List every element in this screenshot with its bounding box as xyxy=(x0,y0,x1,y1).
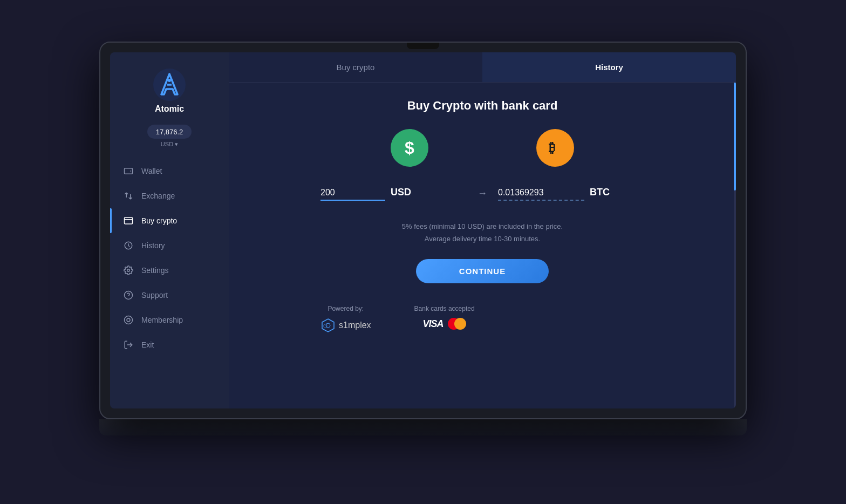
bank-cards: Bank cards accepted VISA xyxy=(414,305,475,330)
scrollbar-thumb xyxy=(734,83,736,190)
atomic-logo-icon xyxy=(153,69,186,101)
sidebar: Atomic 17,876.2 USD ▾ Wallet xyxy=(110,52,229,408)
fee-info: 5% fees (minimal 10 USD) are included in… xyxy=(402,222,563,230)
wallet-icon xyxy=(123,166,134,176)
laptop-notch xyxy=(407,43,439,49)
bank-cards-label: Bank cards accepted xyxy=(414,305,475,312)
sidebar-item-support[interactable]: Support xyxy=(110,283,229,308)
card-logos: VISA xyxy=(423,318,466,330)
svg-rect-3 xyxy=(125,217,133,224)
balance-currency[interactable]: USD ▾ xyxy=(161,141,178,148)
screen-inner: Atomic 17,876.2 USD ▾ Wallet xyxy=(110,52,736,408)
exit-icon xyxy=(123,339,134,350)
sidebar-item-wallet[interactable]: Wallet xyxy=(110,159,229,183)
usd-currency-icon: $ xyxy=(391,129,428,167)
buy-crypto-label: Buy crypto xyxy=(141,216,177,225)
mastercard-right-circle xyxy=(454,318,466,330)
tab-history[interactable]: History xyxy=(482,52,736,82)
sidebar-item-membership[interactable]: Membership xyxy=(110,308,229,332)
main-content: Buy crypto History Buy Crypto with bank … xyxy=(229,52,736,408)
svg-text:⬡: ⬡ xyxy=(323,323,328,329)
btc-currency-icon: ₿ xyxy=(536,129,574,167)
balance-amount: 17,876.2 xyxy=(156,128,183,136)
support-icon xyxy=(123,290,134,301)
balance-badge: 17,876.2 xyxy=(147,125,192,139)
support-label: Support xyxy=(141,291,168,299)
svg-point-9 xyxy=(125,316,133,324)
simplex-logo: ⬡ s1mplex xyxy=(320,318,371,333)
settings-icon xyxy=(123,265,134,276)
svg-point-10 xyxy=(127,318,130,322)
tab-buy-crypto[interactable]: Buy crypto xyxy=(229,52,482,82)
membership-icon xyxy=(123,315,134,325)
buy-content: Buy Crypto with bank card $ ₿ xyxy=(229,83,736,408)
continue-button[interactable]: CONTINUE xyxy=(416,259,549,283)
mastercard-logo xyxy=(448,318,466,330)
sidebar-item-buy-crypto[interactable]: Buy crypto xyxy=(110,208,229,233)
buy-crypto-icon xyxy=(123,215,134,226)
svg-point-6 xyxy=(127,269,130,272)
arrow-icon: → xyxy=(477,188,487,199)
exit-label: Exit xyxy=(141,340,154,349)
from-amount-input[interactable] xyxy=(320,186,385,201)
sidebar-item-exit[interactable]: Exit xyxy=(110,332,229,357)
scrollbar[interactable] xyxy=(734,83,736,408)
sidebar-item-settings[interactable]: Settings xyxy=(110,258,229,283)
to-currency-label: BTC xyxy=(590,187,610,198)
laptop-wrapper: Atomic 17,876.2 USD ▾ Wallet xyxy=(99,42,747,462)
svg-text:₿: ₿ xyxy=(549,140,555,155)
currency-icons-row: $ ₿ xyxy=(391,129,574,167)
svg-point-1 xyxy=(168,79,171,82)
membership-label: Membership xyxy=(141,316,183,324)
powered-section: Powered by: ⬡ s1mplex Ba xyxy=(320,305,644,333)
sidebar-item-history[interactable]: History xyxy=(110,233,229,258)
sidebar-item-exchange[interactable]: Exchange xyxy=(110,183,229,208)
simplex-hex-icon: ⬡ xyxy=(320,318,336,333)
tabs-header: Buy crypto History xyxy=(229,52,736,83)
powered-label: Powered by: xyxy=(328,305,364,312)
svg-rect-2 xyxy=(125,168,133,174)
delivery-info: Average delivery time 10-30 minutes. xyxy=(425,235,540,243)
history-label: History xyxy=(141,241,165,250)
settings-label: Settings xyxy=(141,266,169,275)
from-input-group: USD xyxy=(320,186,467,201)
logo-text: Atomic xyxy=(155,104,184,114)
to-amount-input[interactable] xyxy=(498,186,584,201)
laptop-screen: Atomic 17,876.2 USD ▾ Wallet xyxy=(99,42,747,419)
sidebar-nav: Wallet Exchange xyxy=(110,159,229,357)
visa-logo: VISA xyxy=(423,318,444,330)
powered-by: Powered by: ⬡ s1mplex xyxy=(320,305,371,333)
page-title: Buy Crypto with bank card xyxy=(407,99,558,113)
to-input-group: BTC xyxy=(498,186,644,201)
history-icon xyxy=(123,240,134,251)
exchange-icon xyxy=(123,190,134,201)
laptop-base xyxy=(99,419,747,435)
conversion-row: USD → BTC xyxy=(320,186,644,201)
logo-area: Atomic xyxy=(153,69,186,114)
exchange-label: Exchange xyxy=(141,192,175,200)
wallet-label: Wallet xyxy=(141,167,162,175)
from-currency-label: USD xyxy=(391,187,411,198)
simplex-text: s1mplex xyxy=(339,321,371,330)
